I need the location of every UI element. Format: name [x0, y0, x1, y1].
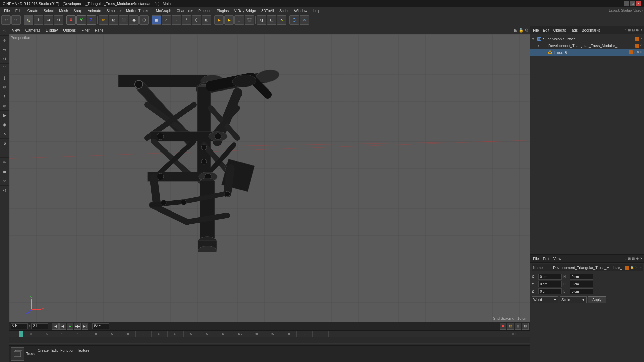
bridge-button[interactable]: ⬡ — [139, 15, 149, 25]
om-icon-3[interactable]: ⊟ — [632, 28, 635, 32]
tag-check-1[interactable] — [635, 37, 639, 41]
om-icon-1[interactable]: ↕ — [625, 28, 627, 32]
poly-mode-button[interactable]: ⬡ — [192, 15, 201, 25]
poly-pen-button[interactable]: ✏ — [99, 15, 108, 25]
goto-start-button[interactable]: |◀ — [52, 323, 59, 330]
tree-item-truss6[interactable]: ▷ Truss_6 ✓ ✕ ⊞ — [530, 49, 644, 56]
tag-icon-3c[interactable]: ⊞ — [640, 50, 643, 54]
am-icon-3[interactable]: ⊟ — [632, 257, 635, 260]
auto-key-button[interactable]: ⊡ — [507, 323, 514, 330]
z-pos-field[interactable]: 0 cm — [538, 288, 562, 294]
texture-menu[interactable]: Texture — [77, 348, 89, 352]
menu-window[interactable]: Window — [291, 8, 310, 13]
viewport-expand-icon[interactable]: ⊞ — [514, 28, 517, 33]
menu-mesh[interactable]: Mesh — [56, 8, 71, 13]
menu-mograph[interactable]: MoGraph — [153, 8, 174, 13]
x-rot-field[interactable]: 0 cm — [570, 274, 593, 280]
tag-icon-1[interactable]: ✓ — [640, 37, 643, 41]
redo-button[interactable]: ↪ — [11, 15, 21, 25]
vp-menu-options[interactable]: Options — [62, 27, 77, 33]
close-button[interactable]: ✕ — [636, 1, 641, 6]
tag-check-2[interactable] — [635, 44, 639, 48]
sidebar-spline[interactable]: ∫ — [0, 73, 9, 82]
sidebar-animate[interactable]: ▶ — [0, 111, 9, 120]
make-preview-button[interactable]: 🎬 — [245, 15, 254, 25]
menu-vray[interactable]: V-Ray Bridge — [231, 8, 259, 13]
y-mode-button[interactable]: Y — [76, 15, 86, 25]
menu-file[interactable]: File — [1, 8, 13, 13]
render-button[interactable]: ▶ — [224, 15, 234, 25]
am-icon-4[interactable]: ⊕ — [636, 257, 639, 260]
menu-script[interactable]: Script — [277, 8, 291, 13]
am-icon-5[interactable]: ✕ — [640, 257, 643, 260]
bevel-button[interactable]: ◆ — [129, 15, 139, 25]
shading-button[interactable]: ◑ — [257, 15, 266, 25]
menu-3dtoall[interactable]: 3DToAll — [259, 8, 277, 13]
om-menu-file[interactable]: File — [532, 27, 540, 33]
coord-transform-dropdown[interactable]: Scale ▼ — [560, 296, 587, 303]
menu-animate[interactable]: Animate — [85, 8, 104, 13]
timeline-expand-button[interactable]: ⊟ — [522, 323, 529, 330]
vp-menu-panel[interactable]: Panel — [94, 27, 106, 33]
create-menu[interactable]: Create — [38, 348, 49, 352]
om-menu-bookmarks[interactable]: Bookmarks — [580, 27, 601, 33]
light-button[interactable]: ☀ — [277, 15, 286, 25]
sidebar-env[interactable]: ~ — [0, 148, 9, 158]
menu-select[interactable]: Select — [41, 8, 57, 13]
x-mode-button[interactable]: X — [66, 15, 76, 25]
menu-pipeline[interactable]: Pipeline — [196, 8, 214, 13]
render-active-button[interactable]: ⊡ — [234, 15, 244, 25]
sidebar-camera[interactable]: ◉ — [0, 120, 9, 129]
sidebar-generate[interactable]: ⊕ — [0, 101, 9, 111]
am-icon-1[interactable]: ↕ — [625, 257, 627, 260]
om-icon-4[interactable]: ⊕ — [636, 28, 639, 32]
vp-menu-view[interactable]: View — [11, 27, 21, 33]
sidebar-nurbs[interactable]: ⊛ — [0, 82, 9, 92]
live-select-button[interactable]: ◎ — [24, 15, 33, 25]
attr-color-swatch[interactable] — [625, 266, 629, 270]
restore-button[interactable]: □ — [630, 1, 635, 6]
undo-button[interactable]: ↩ — [1, 15, 11, 25]
apply-button[interactable]: Apply — [588, 296, 606, 303]
step-back-button[interactable]: ◀ — [59, 323, 66, 330]
tick-field[interactable]: 0 T — [31, 323, 48, 329]
sidebar-mat[interactable]: ◼ — [0, 167, 9, 176]
rotate-tool-button[interactable]: ↺ — [54, 15, 63, 25]
z-rot-field[interactable]: 0 cm — [570, 288, 593, 294]
vp-menu-display[interactable]: Display — [44, 27, 59, 33]
tag-check-3[interactable] — [629, 50, 633, 54]
point-mode-button[interactable]: · — [172, 15, 181, 25]
end-frame-field[interactable]: 90 F — [92, 323, 109, 329]
tree-item-truss-dev[interactable]: ▼ Development_Triangular_Truss_Modular_ … — [530, 42, 644, 49]
menu-edit[interactable]: Edit — [13, 8, 24, 13]
move-tool-button[interactable]: ✛ — [34, 15, 43, 25]
om-menu-tags[interactable]: Tags — [569, 27, 579, 33]
sidebar-light[interactable]: ☀ — [0, 129, 9, 139]
sidebar-curve[interactable]: ⌒ — [0, 64, 9, 73]
tag-icon-2[interactable]: ✓ — [640, 44, 643, 48]
vp-menu-filter[interactable]: Filter — [80, 27, 91, 33]
tag-icon-3[interactable]: ✓ — [633, 50, 636, 54]
hair-button[interactable]: ≋ — [300, 15, 309, 25]
menu-snap[interactable]: Snap — [71, 8, 85, 13]
menu-motion-tracker[interactable]: Motion Tracker — [123, 8, 153, 13]
sidebar-deform[interactable]: ⌇ — [0, 92, 9, 101]
om-menu-objects[interactable]: Objects — [552, 27, 567, 33]
attr-arrow-icon[interactable]: → — [638, 266, 641, 269]
edge-mode-button[interactable]: / — [182, 15, 191, 25]
menu-plugins[interactable]: Plugins — [214, 8, 231, 13]
timeline-tracks[interactable] — [9, 337, 530, 345]
sidebar-scale[interactable]: ⇔ — [0, 45, 9, 54]
om-icon-5[interactable]: ✕ — [640, 28, 643, 32]
function-menu[interactable]: Function — [60, 348, 74, 352]
x-pos-field[interactable]: 0 cm — [538, 274, 562, 280]
extrude-button[interactable]: ⬛ — [119, 15, 128, 25]
object-mode-button[interactable]: ○ — [162, 15, 171, 25]
edit-menu[interactable]: Edit — [51, 348, 58, 352]
play-reverse-button[interactable]: ▶▶ — [74, 323, 81, 330]
texture-button[interactable]: ⊟ — [267, 15, 276, 25]
tree-item-subdivision[interactable]: ▼ Subdivision Surface ✓ — [530, 36, 644, 42]
sidebar-rotate[interactable]: ↺ — [0, 54, 9, 64]
tag-icon-3b[interactable]: ✕ — [637, 50, 639, 54]
attr-lock-icon[interactable]: 🔒 — [630, 266, 634, 269]
